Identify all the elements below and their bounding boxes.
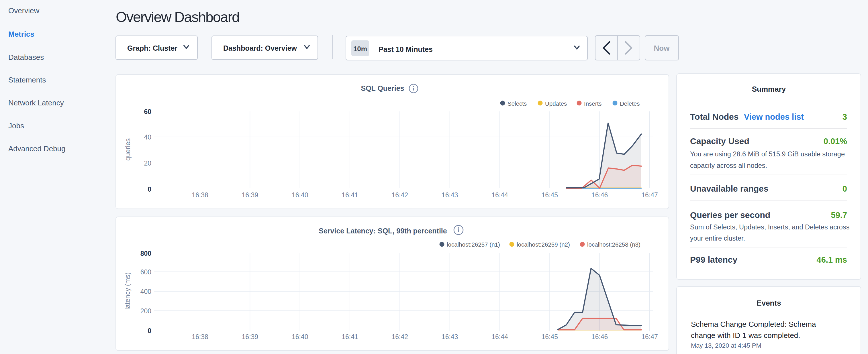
- svg-text:16:42: 16:42: [392, 333, 408, 341]
- svg-text:latency (ms): latency (ms): [124, 272, 131, 310]
- svg-text:40: 40: [144, 133, 151, 141]
- svg-text:View nodes list: View nodes list: [744, 112, 804, 122]
- svg-text:Overview: Overview: [8, 6, 39, 15]
- svg-text:Events: Events: [756, 299, 781, 307]
- svg-text:16:45: 16:45: [541, 191, 558, 199]
- svg-text:16:44: 16:44: [492, 333, 508, 341]
- svg-text:Past 10 Minutes: Past 10 Minutes: [378, 45, 433, 53]
- svg-text:16:43: 16:43: [442, 191, 458, 199]
- svg-text:capacity across all nodes.: capacity across all nodes.: [690, 162, 767, 169]
- svg-text:Overview Dashboard: Overview Dashboard: [116, 9, 239, 25]
- svg-text:0: 0: [842, 184, 847, 193]
- svg-text:16:46: 16:46: [591, 191, 608, 199]
- svg-text:16:47: 16:47: [641, 333, 658, 341]
- svg-text:Jobs: Jobs: [8, 122, 24, 130]
- svg-text:16:38: 16:38: [192, 333, 208, 341]
- svg-text:Capacity Used: Capacity Used: [690, 136, 749, 146]
- svg-text:Schema Change Completed: Schem: Schema Change Completed: Schema: [691, 320, 816, 328]
- svg-text:Now: Now: [654, 44, 670, 53]
- svg-text:Summary: Summary: [752, 85, 786, 93]
- svg-text:Sum of Selects, Updates, Inser: Sum of Selects, Updates, Inserts, and De…: [690, 223, 849, 231]
- svg-text:600: 600: [141, 268, 151, 276]
- svg-text:400: 400: [141, 288, 151, 295]
- svg-text:16:39: 16:39: [242, 333, 258, 341]
- svg-text:16:42: 16:42: [392, 191, 408, 199]
- svg-text:16:41: 16:41: [342, 191, 358, 199]
- svg-text:queries: queries: [124, 138, 131, 161]
- svg-text:16:46: 16:46: [591, 333, 608, 341]
- svg-text:20: 20: [144, 160, 151, 167]
- svg-text:Queries per second: Queries per second: [690, 210, 770, 220]
- svg-text:16:38: 16:38: [192, 191, 208, 199]
- svg-text:0.01%: 0.01%: [824, 137, 847, 146]
- svg-text:10m: 10m: [353, 45, 367, 53]
- svg-text:Dashboard: Overview: Dashboard: Overview: [223, 44, 297, 52]
- svg-text:16:41: 16:41: [342, 333, 358, 341]
- svg-text:16:44: 16:44: [492, 191, 508, 199]
- svg-text:60: 60: [144, 108, 151, 116]
- svg-text:16:45: 16:45: [541, 333, 558, 341]
- svg-text:3: 3: [842, 112, 847, 122]
- svg-text:P99 latency: P99 latency: [690, 255, 737, 264]
- svg-text:0: 0: [148, 186, 151, 193]
- svg-text:Selects: Selects: [507, 100, 527, 107]
- svg-text:0: 0: [148, 327, 151, 334]
- svg-text:46.1 ms: 46.1 ms: [817, 255, 847, 264]
- svg-text:16:39: 16:39: [242, 191, 258, 199]
- svg-text:59.7: 59.7: [831, 211, 847, 220]
- svg-text:You are using 28.6 MiB of 515.: You are using 28.6 MiB of 515.9 GiB usab…: [690, 150, 845, 158]
- svg-text:Advanced Debug: Advanced Debug: [8, 144, 65, 153]
- svg-text:localhost:26258 (n3): localhost:26258 (n3): [587, 241, 641, 248]
- svg-text:16:40: 16:40: [292, 191, 308, 199]
- svg-text:Deletes: Deletes: [620, 100, 640, 107]
- svg-text:800: 800: [141, 250, 151, 257]
- svg-text:your entire cluster.: your entire cluster.: [690, 234, 745, 242]
- svg-text:16:40: 16:40: [292, 333, 308, 341]
- svg-text:localhost:26259 (n2): localhost:26259 (n2): [517, 241, 570, 248]
- svg-text:Updates: Updates: [545, 100, 567, 107]
- svg-text:Databases: Databases: [8, 53, 44, 62]
- svg-text:16:47: 16:47: [641, 191, 658, 199]
- svg-text:May 13, 2020 at 4:45 PM: May 13, 2020 at 4:45 PM: [691, 342, 762, 349]
- svg-text:Unavailable ranges: Unavailable ranges: [690, 184, 768, 193]
- svg-text:localhost:26257 (n1): localhost:26257 (n1): [447, 241, 500, 248]
- svg-text:change with ID 1 was completed: change with ID 1 was completed.: [691, 331, 800, 340]
- svg-text:200: 200: [141, 307, 151, 315]
- svg-text:Total Nodes: Total Nodes: [690, 112, 739, 122]
- svg-text:Network Latency: Network Latency: [8, 99, 64, 107]
- svg-text:Metrics: Metrics: [8, 30, 34, 38]
- svg-text:SQL Queries: SQL Queries: [361, 84, 404, 92]
- svg-text:Graph: Cluster: Graph: Cluster: [127, 44, 177, 52]
- svg-text:16:43: 16:43: [442, 333, 458, 341]
- svg-text:Service Latency: SQL, 99th per: Service Latency: SQL, 99th percentile: [319, 227, 447, 235]
- svg-text:Inserts: Inserts: [584, 100, 602, 107]
- svg-text:Statements: Statements: [8, 75, 46, 84]
